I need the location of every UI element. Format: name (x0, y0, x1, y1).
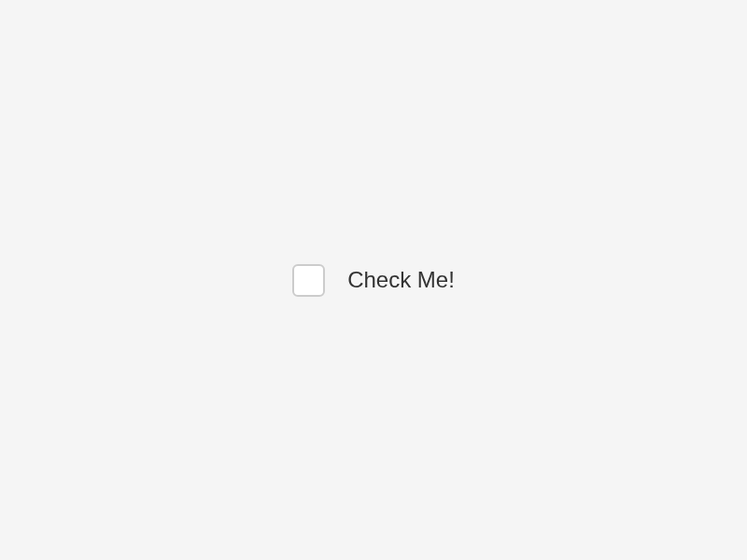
checkbox-label: Check Me! (347, 267, 455, 293)
checkbox[interactable] (292, 264, 325, 297)
checkbox-wrapper: Check Me! (292, 264, 455, 297)
checkmark-icon (296, 267, 322, 293)
